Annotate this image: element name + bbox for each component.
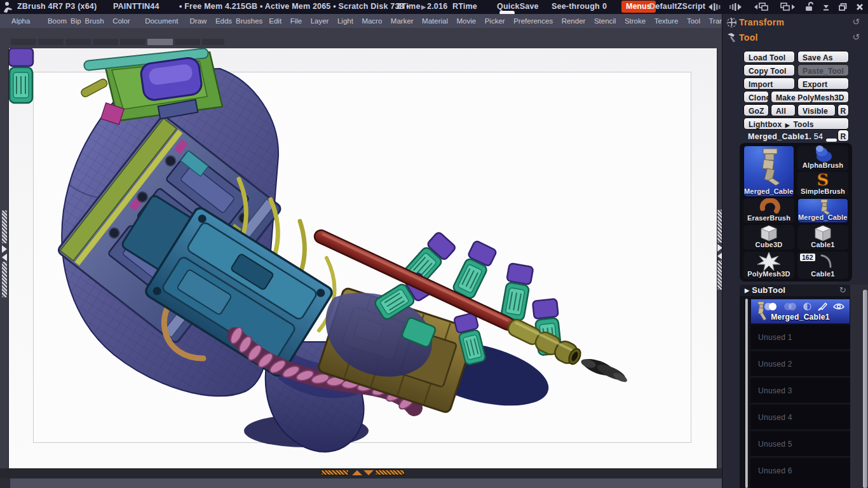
paintbrush-icon[interactable] xyxy=(817,302,827,311)
bottom-status-bar xyxy=(10,478,722,488)
menu-preferences[interactable]: Preferences xyxy=(513,17,553,25)
active-tool-slider[interactable]: Merged_Cable1. 54 xyxy=(748,132,823,141)
shelf-tab[interactable] xyxy=(120,39,146,45)
lock-icon[interactable] xyxy=(804,2,814,12)
tool-item-merged-cable1-large[interactable]: Merged_Cable1 xyxy=(743,146,794,197)
menu-marker[interactable]: Marker xyxy=(391,17,414,25)
menu-alpha[interactable]: Alpha xyxy=(11,17,30,25)
subtool-refresh-icon[interactable]: ↻ xyxy=(839,285,846,295)
menu-boom[interactable]: Boom xyxy=(48,17,67,25)
lightbox-tools-button[interactable]: Lightbox ▶ Tools xyxy=(743,118,849,130)
bottom-divider-handle[interactable] xyxy=(375,470,405,475)
close-icon[interactable] xyxy=(855,3,864,11)
menu-color[interactable]: Color xyxy=(112,17,130,25)
polypaint-on-icon[interactable] xyxy=(764,302,778,311)
subtool-header[interactable]: ▶ SubTool ↻ xyxy=(740,285,850,296)
star-icon xyxy=(743,252,794,271)
menu-draw[interactable]: Draw xyxy=(190,17,207,25)
left-divider-close-icon[interactable] xyxy=(2,254,7,261)
menu-picker[interactable]: Picker xyxy=(485,17,505,25)
import-button[interactable]: Import xyxy=(743,78,795,90)
menu-render[interactable]: Render xyxy=(562,17,586,25)
menu-macro[interactable]: Macro xyxy=(362,17,382,25)
menu-texture[interactable]: Texture xyxy=(654,17,679,25)
shelf-tab-selected[interactable] xyxy=(147,39,173,45)
menu-brush[interactable]: Brush xyxy=(85,17,104,25)
tool-item-eraserbrush[interactable]: EraserBrush xyxy=(743,198,794,223)
polypaint-off-icon[interactable] xyxy=(783,302,797,311)
shelf-tab[interactable] xyxy=(65,39,91,45)
load-tool-button[interactable]: Load Tool xyxy=(743,51,795,63)
menu-edds[interactable]: Edds xyxy=(215,17,232,25)
make-polymesh3d-button[interactable]: Make PolyMesh3D xyxy=(771,91,849,103)
restore-window-icon[interactable] xyxy=(838,3,848,11)
menu-bip[interactable]: Bip xyxy=(71,17,81,25)
tool-r-button[interactable]: R xyxy=(837,130,849,142)
menu-light[interactable]: Light xyxy=(337,17,353,25)
ztime-value: 2.016 xyxy=(427,2,447,11)
menu-brushes[interactable]: Brushes xyxy=(236,17,262,25)
tool-item-cube3d[interactable]: Cube3D xyxy=(743,225,794,250)
menu-movie[interactable]: Movie xyxy=(457,17,477,25)
save-as-button[interactable]: Save As xyxy=(797,51,849,63)
scrub-left-icon[interactable] xyxy=(705,3,721,11)
tool-item-polymesh3d[interactable]: PolyMesh3D xyxy=(743,252,794,279)
left-divider-open-icon[interactable] xyxy=(2,245,7,253)
shelf-tab[interactable] xyxy=(38,39,64,45)
menu-layer[interactable]: Layer xyxy=(311,17,329,25)
shelf-tab[interactable] xyxy=(93,39,118,45)
tool-item-merged-cable1-small[interactable]: Merged_Cable1 xyxy=(797,198,848,223)
transform-palette-header[interactable]: Transform ↺ xyxy=(722,15,868,30)
subtool-row-selected[interactable]: Merged_Cable1 xyxy=(750,299,850,324)
scrub-right-icon[interactable] xyxy=(729,3,745,11)
minimize-icon[interactable] xyxy=(822,3,831,11)
subtool-row-unused[interactable]: Unused 4 xyxy=(750,405,850,430)
tool-item-simplebrush[interactable]: S SimpleBrush xyxy=(797,172,848,196)
left-divider-handle[interactable] xyxy=(2,262,7,297)
subtool-row-unused[interactable]: Unused 2 xyxy=(750,351,850,377)
subtool-row-unused[interactable]: Unused 6 xyxy=(750,458,850,488)
copy-tool-button[interactable]: Copy Tool xyxy=(743,64,795,76)
viewport-canvas[interactable] xyxy=(9,48,717,468)
tool-item-alphabrush[interactable]: AlphaBrush xyxy=(797,146,848,170)
default-zscript-button[interactable]: DefaultZScript xyxy=(649,2,705,11)
next-document-icon[interactable] xyxy=(778,2,796,12)
bottom-divider-down-icon[interactable] xyxy=(363,470,374,475)
menu-stroke[interactable]: Stroke xyxy=(625,17,646,25)
visible-button[interactable]: Visible xyxy=(797,104,836,116)
goz-button[interactable]: GoZ xyxy=(743,104,769,116)
shelf-tab[interactable] xyxy=(202,39,224,45)
subtool-row-unused[interactable]: Unused 5 xyxy=(750,431,850,457)
quicksave-button[interactable]: QuickSave xyxy=(497,2,539,11)
menu-edit[interactable]: Edit xyxy=(269,17,281,25)
tool-reset-icon[interactable]: ↺ xyxy=(852,32,860,42)
left-divider-handle[interactable] xyxy=(2,210,7,243)
shelf-tab[interactable] xyxy=(175,39,200,45)
menu-document[interactable]: Document xyxy=(145,17,178,25)
subtool-row-unused[interactable]: Unused 3 xyxy=(750,378,850,403)
export-r-button[interactable]: R xyxy=(837,104,849,116)
bottom-divider-up-icon[interactable] xyxy=(352,470,362,475)
clone-button[interactable]: Clone xyxy=(743,91,769,103)
half-visibility-icon[interactable] xyxy=(803,302,811,311)
export-button[interactable]: Export xyxy=(797,78,849,90)
tool-item-label: SimpleBrush xyxy=(797,187,848,195)
subtool-scrollbar[interactable] xyxy=(745,299,748,488)
menu-file[interactable]: File xyxy=(290,17,302,25)
bottom-divider-handle[interactable] xyxy=(321,470,349,475)
menu-tool[interactable]: Tool xyxy=(687,17,700,25)
transform-reset-icon[interactable]: ↺ xyxy=(852,17,860,27)
panel-scrollbar[interactable] xyxy=(863,290,867,488)
shelf-tab[interactable] xyxy=(11,39,36,45)
tool-item-cable1-cube[interactable]: Cable1 xyxy=(797,225,848,250)
prev-document-icon[interactable] xyxy=(753,2,771,12)
all-button[interactable]: All xyxy=(771,104,796,116)
cable-curve-icon xyxy=(797,252,848,271)
active-tool-slider-handle[interactable] xyxy=(826,139,837,142)
subtool-row-unused[interactable]: Unused 1 xyxy=(750,325,850,350)
tool-palette-header[interactable]: Tool ↺ xyxy=(722,30,868,45)
tool-item-cable1[interactable]: 162 Cable1 xyxy=(797,252,848,279)
menu-material[interactable]: Material xyxy=(422,17,448,25)
eye-visibility-icon[interactable] xyxy=(833,302,844,311)
menu-stencil[interactable]: Stencil xyxy=(594,17,616,25)
